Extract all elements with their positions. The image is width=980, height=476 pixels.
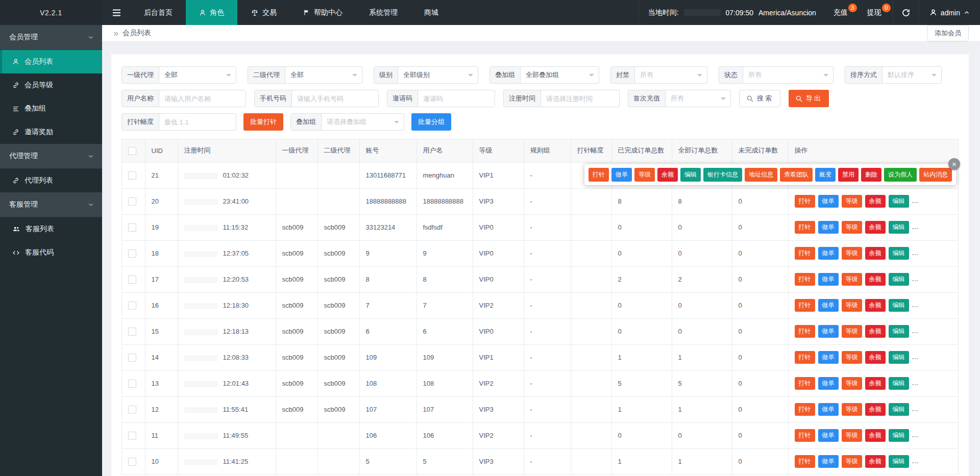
row-action-blue-button[interactable]: 做单 (818, 351, 839, 364)
popup-action-button[interactable]: 站内消息 (919, 168, 952, 182)
filter-select-status[interactable]: 状态所有 (719, 66, 834, 84)
recharge-button[interactable]: 充值 3 (825, 0, 859, 25)
filter-select-stack-select[interactable]: 叠加组请选择叠加组 (290, 113, 404, 131)
sidebar-item-member-level[interactable]: 会员等级 (0, 73, 102, 97)
filter-input-username[interactable] (159, 90, 246, 107)
row-action-orange-button[interactable]: 打针 (795, 247, 815, 260)
more-actions-button[interactable]: ... (912, 379, 919, 387)
popup-action-button[interactable]: 账变 (815, 168, 836, 182)
row-action-red-button[interactable]: 余额 (865, 221, 886, 234)
more-actions-button[interactable]: ... (912, 249, 919, 257)
sidebar-item-stack-group[interactable]: 叠加组 (0, 97, 102, 120)
row-checkbox[interactable] (128, 223, 136, 232)
nav-item-help-center[interactable]: 帮助中心 (290, 0, 356, 25)
row-checkbox[interactable] (128, 380, 136, 388)
row-action-orange-button[interactable]: 打针 (795, 195, 815, 208)
more-actions-button[interactable]: ... (912, 405, 919, 413)
nav-item-mall[interactable]: 商城 (411, 0, 452, 25)
filter-input-phone[interactable] (292, 90, 378, 107)
popup-action-button[interactable]: 设为假人 (884, 168, 917, 182)
row-action-blue-button[interactable]: 做单 (818, 429, 839, 442)
row-checkbox[interactable] (128, 302, 136, 310)
row-checkbox[interactable] (128, 249, 136, 258)
select-all-checkbox[interactable] (128, 147, 136, 155)
row-action-blue-button[interactable]: 做单 (818, 195, 839, 208)
row-action-orange-button[interactable]: 等级 (842, 403, 862, 416)
filter-select-first-recharge[interactable]: 首次充值所有 (628, 90, 731, 107)
more-actions-button[interactable]: ... (912, 301, 919, 309)
row-checkbox[interactable] (128, 354, 136, 362)
row-action-blue-button[interactable]: 做单 (818, 273, 839, 286)
export-button[interactable]: 导出 (789, 90, 829, 107)
row-checkbox[interactable] (128, 432, 136, 440)
nav-item-system[interactable]: 系统管理 (356, 0, 411, 25)
nav-item-home[interactable]: 后台首页 (131, 0, 186, 25)
filter-select-stack-group[interactable]: 叠加组全部叠加组 (489, 66, 599, 84)
sidebar-group-service-management[interactable]: 客服管理 (0, 192, 102, 217)
row-checkbox[interactable] (128, 171, 136, 180)
row-action-red-button[interactable]: 余额 (865, 195, 886, 208)
more-actions-button[interactable]: ... (912, 275, 919, 283)
row-action-blue-button[interactable]: 做单 (818, 247, 839, 260)
filter-input-reg-time[interactable] (541, 90, 619, 107)
nav-item-roles[interactable]: 角色 (186, 0, 237, 25)
filter-input-invite-code[interactable] (418, 90, 495, 107)
sidebar-group-agent-management[interactable]: 代理管理 (0, 144, 102, 169)
refresh-button[interactable] (893, 0, 919, 25)
popup-action-button[interactable]: 银行卡信息 (703, 168, 742, 182)
row-action-blue-button[interactable]: 做单 (818, 325, 839, 338)
sidebar-item-agent-list[interactable]: 代理列表 (0, 169, 102, 192)
row-action-orange-button[interactable]: 等级 (842, 325, 862, 338)
popup-action-button[interactable]: 余额 (657, 168, 678, 182)
withdraw-button[interactable]: 提现 0 (859, 0, 893, 25)
user-menu[interactable]: admin (919, 0, 980, 25)
row-action-red-button[interactable]: 余额 (865, 325, 886, 338)
row-action-teal-button[interactable]: 编辑 (889, 221, 909, 234)
row-action-teal-button[interactable]: 编辑 (889, 351, 909, 364)
sidebar-item-member-list[interactable]: 会员列表 (0, 50, 102, 73)
row-checkbox[interactable] (128, 197, 136, 206)
filter-select-agent1[interactable]: 一级代理全部 (121, 66, 236, 84)
row-action-red-button[interactable]: 余额 (865, 299, 886, 312)
batch-inject-button[interactable]: 批量打针 (243, 113, 283, 131)
row-action-teal-button[interactable]: 编辑 (889, 299, 909, 312)
row-action-orange-button[interactable]: 等级 (842, 351, 862, 364)
more-actions-button[interactable]: ... (912, 327, 919, 335)
popup-action-button[interactable]: 删除 (861, 168, 881, 182)
row-action-red-button[interactable]: 余额 (865, 247, 886, 260)
more-actions-button[interactable]: ... (912, 353, 919, 361)
row-action-orange-button[interactable]: 打针 (795, 351, 815, 364)
row-action-orange-button[interactable]: 等级 (842, 221, 862, 234)
popup-action-button[interactable]: 做单 (611, 168, 632, 182)
filter-input-inject-range[interactable] (159, 114, 236, 130)
row-action-orange-button[interactable]: 等级 (842, 377, 862, 390)
row-action-orange-button[interactable]: 打针 (795, 221, 815, 234)
row-action-teal-button[interactable]: 编辑 (889, 325, 909, 338)
more-actions-button[interactable]: ... (912, 431, 919, 439)
row-action-orange-button[interactable]: 等级 (842, 195, 862, 208)
row-action-orange-button[interactable]: 打针 (795, 299, 815, 312)
filter-select-level[interactable]: 级别全部级别 (374, 66, 478, 84)
row-action-blue-button[interactable]: 做单 (818, 455, 839, 468)
more-actions-button[interactable]: ... (912, 223, 919, 231)
sidebar-group-member-management[interactable]: 会员管理 (0, 25, 102, 50)
sidebar-item-service-code[interactable]: 客服代码 (0, 241, 102, 264)
popup-action-button[interactable]: 打针 (589, 168, 609, 182)
hamburger-icon[interactable] (102, 0, 131, 25)
row-action-red-button[interactable]: 余额 (865, 455, 886, 468)
popup-action-button[interactable]: 等级 (634, 168, 655, 182)
row-action-teal-button[interactable]: 编辑 (889, 377, 909, 390)
more-actions-button[interactable]: ... (912, 457, 919, 465)
row-action-blue-button[interactable]: 做单 (818, 403, 839, 416)
row-action-teal-button[interactable]: 编辑 (889, 247, 909, 260)
filter-select-sort[interactable]: 排序方式默认排序 (845, 66, 942, 84)
row-action-teal-button[interactable]: 编辑 (889, 455, 909, 468)
row-action-orange-button[interactable]: 等级 (842, 273, 862, 286)
row-action-orange-button[interactable]: 等级 (842, 299, 862, 312)
row-action-teal-button[interactable]: 编辑 (889, 403, 909, 416)
row-action-teal-button[interactable]: 编辑 (889, 195, 909, 208)
row-action-red-button[interactable]: 余额 (865, 351, 886, 364)
row-action-orange-button[interactable]: 打针 (795, 377, 815, 390)
popup-action-button[interactable]: 查看团队 (780, 168, 813, 182)
more-actions-button[interactable]: ... (912, 197, 919, 205)
